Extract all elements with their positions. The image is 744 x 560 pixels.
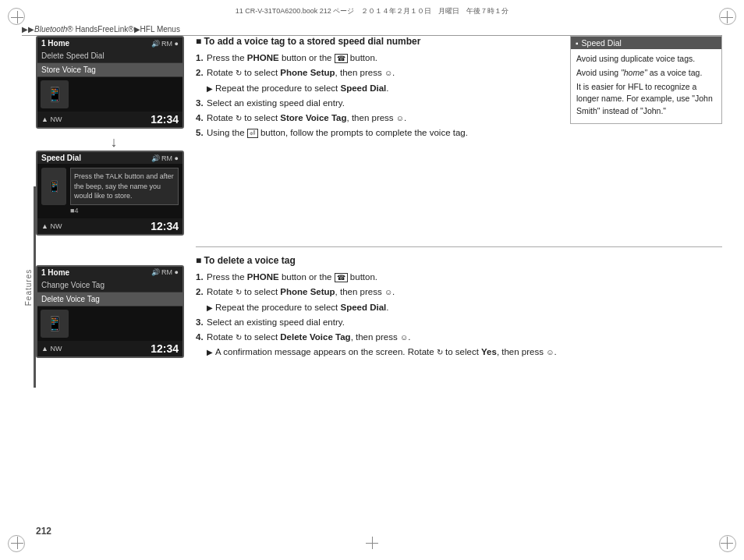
step-add-3-num: 3. <box>196 97 207 110</box>
continuation-1-text: Repeat the procedure to select Speed Dia… <box>215 82 388 95</box>
add-voice-tag-title: ■ To add a voice tag to a stored speed d… <box>196 36 566 47</box>
jp-header: 11 CR-V-31T0A6200.book 212 ページ ２０１４年２月１０… <box>0 6 744 16</box>
step-del-2-cont: ▶ Repeat the procedure to select Speed D… <box>196 301 722 314</box>
delete-voice-tag-title: ■ To delete a voice tag <box>196 255 722 266</box>
sidebar-label: Features <box>25 268 34 305</box>
screen1-menu-item-1: Delete Speed Dial <box>37 49 182 63</box>
note-box-body: Avoid using duplicate voice tags. Avoid … <box>571 49 721 123</box>
step-add-2-cont: ▶ Repeat the procedure to select Speed D… <box>196 82 566 95</box>
delete-voice-tag-steps: 1. Press the PHONE button or the ☎ butto… <box>196 271 722 360</box>
screen1-icons: 🔊 RM ● <box>151 40 179 48</box>
step-add-5-text: Using the ⏎ button, follow the prompts t… <box>207 126 566 140</box>
breadcrumb: ▶▶Bluetooth® HandsFreeLink®▶HFL Menus <box>22 25 180 34</box>
add-voice-tag-section: ■ To add a voice tag to a stored speed d… <box>196 36 566 142</box>
screen-mockup-2: Speed Dial 🔊 RM ● 📱 Press the TALK butto… <box>36 151 184 236</box>
note-icon: ▪ <box>576 39 579 48</box>
screen2-nw: ▲ NW <box>41 222 62 230</box>
screen1-phone-icon: 📱 <box>41 80 69 108</box>
screen3-time: 12:34 <box>151 342 179 355</box>
step-del-4-num: 4. <box>196 331 207 344</box>
note-box: ▪ Speed Dial Avoid using duplicate voice… <box>570 36 722 124</box>
section-divider <box>196 246 722 247</box>
screen2-phone-icon: 📱 <box>41 168 66 205</box>
arrow-down-1: ↓ <box>36 135 192 149</box>
step-del-3-text: Select an existing speed dial entry. <box>207 316 722 329</box>
header-bar: ▶▶Bluetooth® HandsFreeLink®▶HFL Menus <box>22 22 722 36</box>
step-del-1: 1. Press the PHONE button or the ☎ butto… <box>196 271 722 284</box>
note-box-title: Speed Dial <box>582 38 622 48</box>
screen1-bottombar: ▲ NW 12:34 <box>37 112 182 127</box>
screen-mockup-3: 1 Home 🔊 RM ● Change Voice Tag Delete Vo… <box>36 265 184 358</box>
screen1-title: 1 Home <box>41 39 69 48</box>
spacer <box>36 242 192 265</box>
step-del-2: 2. Rotate ↻ to select Phone Setup, then … <box>196 285 722 299</box>
arrow-mark-1: ▶ <box>207 83 213 94</box>
step-del-2-num: 2. <box>196 285 207 299</box>
arrow-mark-2: ▶ <box>207 302 213 314</box>
screen3-menu-item-1: Change Voice Tag <box>37 278 182 292</box>
crosshair-br <box>721 537 733 549</box>
screen3-nw: ▲ NW <box>41 345 62 353</box>
screen1-body: 📱 <box>37 77 182 112</box>
step-add-2: 2. Rotate ↻ to select Phone Setup, then … <box>196 66 566 80</box>
page-number: 212 <box>36 526 51 537</box>
screen-mockup-1: 1 Home 🔊 RM ● Delete Speed Dial Store Vo… <box>36 36 184 129</box>
continuation-2: ▶ Repeat the procedure to select Speed D… <box>207 301 722 314</box>
step-add-4: 4. Rotate ↻ to select Store Voice Tag, t… <box>196 112 566 125</box>
step-del-1-text: Press the PHONE button or the ☎ button. <box>207 271 722 284</box>
step-add-3: 3. Select an existing speed dial entry. <box>196 97 566 110</box>
note-box-header: ▪ Speed Dial <box>571 37 721 49</box>
screen2-num-label: ■4 <box>70 207 179 214</box>
delete-voice-tag-section: ■ To delete a voice tag 1. Press the PHO… <box>196 246 722 361</box>
step-add-4-text: Rotate ↻ to select Store Voice Tag, then… <box>207 112 566 125</box>
screen2-body: 📱 Press the TALK button and after the be… <box>37 164 182 218</box>
step-add-1-num: 1. <box>196 51 207 65</box>
step-add-2-text: Rotate ↻ to select Phone Setup, then pre… <box>207 66 566 80</box>
screen3-icons: 🔊 RM ● <box>151 268 179 276</box>
screen3-topbar: 1 Home 🔊 RM ● <box>37 267 182 278</box>
bottom-center-crosshair <box>366 537 378 549</box>
step-add-2-num: 2. <box>196 66 207 80</box>
screen1-menu-item-2: Store Voice Tag <box>37 63 182 77</box>
arrow-mark-3: ▶ <box>207 346 213 358</box>
screen2-time: 12:34 <box>151 220 179 232</box>
screen3-phone-icon: 📱 <box>41 310 69 338</box>
screen3-bottombar: ▲ NW 12:34 <box>37 341 182 356</box>
note-line-3: It is easier for HFL to recognize a long… <box>576 81 716 118</box>
step-del-2-text: Rotate ↻ to select Phone Setup, then pre… <box>207 285 722 299</box>
continuation-3-text: A confirmation message appears on the sc… <box>215 346 557 359</box>
step-del-3-num: 3. <box>196 316 207 329</box>
screen2-icons: 🔊 RM ● <box>151 154 179 162</box>
content-area: 1 Home 🔊 RM ● Delete Speed Dial Store Vo… <box>36 36 722 538</box>
screen1-time: 12:34 <box>151 113 179 126</box>
add-voice-tag-steps: 1. Press the PHONE button or the ☎ butto… <box>196 51 566 140</box>
screen2-bottombar: ▲ NW 12:34 <box>37 218 182 234</box>
screen3-menu-item-2: Delete Voice Tag <box>37 292 182 307</box>
screen1-nw: ▲ NW <box>41 115 62 123</box>
screen2-sd-inner: Press the TALK button and after the beep… <box>70 168 179 205</box>
note-line-1: Avoid using duplicate voice tags. <box>576 53 716 66</box>
screen2-topbar: Speed Dial 🔊 RM ● <box>37 152 182 164</box>
step-add-5-num: 5. <box>196 126 207 140</box>
screen3-title: 1 Home <box>41 268 69 277</box>
continuation-1: ▶ Repeat the procedure to select Speed D… <box>207 82 566 95</box>
step-add-3-text: Select an existing speed dial entry. <box>207 97 566 110</box>
screen2-title: Speed Dial <box>41 154 81 162</box>
note-line-2: Avoid using "home" as a voice tag. <box>576 67 716 80</box>
screen1-topbar: 1 Home 🔊 RM ● <box>37 37 182 49</box>
screen2-body-text: Press the TALK button and after the beep… <box>74 172 175 201</box>
step-add-1-text: Press the PHONE button or the ☎ button. <box>207 51 566 65</box>
step-add-5: 5. Using the ⏎ button, follow the prompt… <box>196 126 566 140</box>
step-del-1-num: 1. <box>196 271 207 284</box>
screen-images-column: 1 Home 🔊 RM ● Delete Speed Dial Store Vo… <box>36 36 192 358</box>
continuation-3: ▶ A confirmation message appears on the … <box>207 346 722 359</box>
step-add-4-num: 4. <box>196 112 207 125</box>
step-del-4-cont: ▶ A confirmation message appears on the … <box>196 346 722 359</box>
step-add-1: 1. Press the PHONE button or the ☎ butto… <box>196 51 566 65</box>
step-del-4-text: Rotate ↻ to select Delete Voice Tag, the… <box>207 331 722 344</box>
step-del-4: 4. Rotate ↻ to select Delete Voice Tag, … <box>196 331 722 344</box>
crosshair-bl <box>11 537 23 549</box>
step-del-3: 3. Select an existing speed dial entry. <box>196 316 722 329</box>
sidebar: Features <box>22 36 36 538</box>
screen3-body: 📱 <box>37 307 182 341</box>
